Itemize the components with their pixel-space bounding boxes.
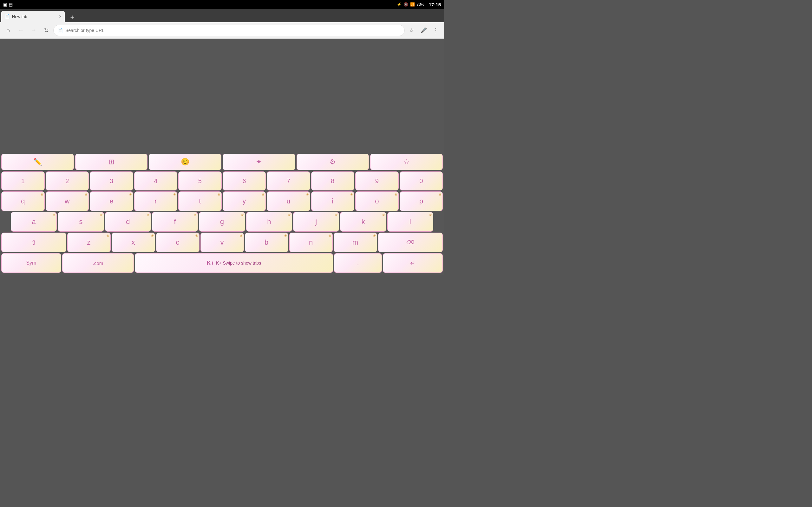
key-y[interactable]: ❀y [223, 191, 266, 211]
key-t[interactable]: ❀t [178, 191, 222, 211]
back-button[interactable]: ← [15, 25, 27, 36]
key-j[interactable]: ❀j [293, 212, 339, 232]
reload-button[interactable]: ↻ [41, 25, 52, 36]
key-d[interactable]: ❀d [105, 212, 151, 232]
swipe-label: K+ Swipe to show tabs [216, 261, 261, 266]
home-button[interactable]: ⌂ [3, 25, 14, 36]
key-z[interactable]: ❀z [67, 233, 111, 252]
search-bar[interactable]: 📄 [53, 25, 405, 36]
dotcom-key[interactable]: .com [62, 253, 134, 273]
mute-icon: 🔇 [403, 2, 408, 7]
key-2[interactable]: 2 [46, 171, 89, 190]
key-v[interactable]: ❀v [200, 233, 244, 252]
keyboard-toolbar: ✏️ ⊞ 😊 ✦ ⚙ ☆ [1, 154, 443, 170]
kplus-icon: K+ [207, 260, 214, 267]
new-tab-button[interactable]: + [66, 13, 79, 22]
active-tab[interactable]: New tab × [1, 11, 65, 22]
bluetooth-icon: ⚡ [397, 2, 402, 7]
forward-button[interactable]: → [28, 25, 39, 36]
key-h[interactable]: ❀h [246, 212, 292, 232]
page-icon: 📄 [57, 28, 63, 33]
key-r[interactable]: ❀r [134, 191, 177, 211]
address-bar: ⌂ ← → ↻ 📄 ☆ 🎤 ⋮ [0, 22, 444, 39]
number-row: 1 2 3 4 5 6 7 8 9 0 [1, 171, 443, 190]
period-key[interactable]: . [334, 253, 382, 273]
status-bar-left-icons: ▣ ▤ [3, 2, 13, 7]
key-m[interactable]: ❀m [334, 233, 377, 252]
key-a[interactable]: ❀a [11, 212, 57, 232]
settings-toolbar-key[interactable]: ⚙ [297, 154, 369, 170]
move-toolbar-key[interactable]: ✦ [223, 154, 295, 170]
key-p[interactable]: ❀p [400, 191, 443, 211]
emoji-toolbar-key[interactable]: 😊 [149, 154, 221, 170]
key-k[interactable]: ❀k [340, 212, 386, 232]
backspace-key[interactable]: ⌫ [378, 233, 443, 252]
menu-button[interactable]: ⋮ [430, 25, 442, 36]
key-c[interactable]: ❀c [156, 233, 200, 252]
key-u[interactable]: ❀u [267, 191, 310, 211]
time-display: 17:15 [429, 2, 441, 7]
star-toolbar-key[interactable]: ☆ [370, 154, 443, 170]
voice-search-button[interactable]: 🎤 [418, 25, 429, 36]
key-1[interactable]: 1 [1, 171, 45, 190]
key-7[interactable]: 7 [267, 171, 310, 190]
key-b[interactable]: ❀b [245, 233, 288, 252]
tab-title: New tab [12, 14, 56, 19]
key-i[interactable]: ❀i [311, 191, 355, 211]
key-n[interactable]: ❀n [289, 233, 333, 252]
enter-key[interactable]: ↵ [383, 253, 443, 273]
asdf-row: ❀a ❀s ❀d ❀f ❀g ❀h ❀j ❀k ❀l [1, 212, 443, 232]
key-4[interactable]: 4 [134, 171, 177, 190]
sym-key[interactable]: Sym [1, 253, 61, 273]
key-f[interactable]: ❀f [152, 212, 198, 232]
battery-icon: 73% [417, 2, 424, 7]
key-o[interactable]: ❀o [355, 191, 399, 211]
key-q[interactable]: ❀q [1, 191, 45, 211]
shift-key[interactable]: ⇧ [1, 233, 66, 252]
status-bar: ▣ ▤ ⚡ 🔇 📶 73% 17:15 [0, 0, 444, 9]
key-0[interactable]: 0 [400, 171, 443, 190]
edit-toolbar-key[interactable]: ✏️ [1, 154, 74, 170]
key-w[interactable]: ❀w [46, 191, 89, 211]
status-bar-right-icons: ⚡ 🔇 📶 73% 17:15 [397, 2, 441, 7]
address-bar-right-icons: ☆ 🎤 ⋮ [406, 25, 442, 36]
bottom-row: Sym .com K+ K+ Swipe to show tabs . ↵ [1, 253, 443, 273]
key-x[interactable]: ❀x [112, 233, 155, 252]
key-s[interactable]: ❀s [58, 212, 104, 232]
qwerty-row: ❀q ❀w ❀e ❀r ❀t ❀y ❀u ❀i ❀o ❀p [1, 191, 443, 211]
wifi-icon: 📶 [410, 2, 415, 7]
tab-bar: New tab × + [0, 9, 444, 22]
key-9[interactable]: 9 [355, 171, 399, 190]
key-6[interactable]: 6 [223, 171, 266, 190]
screen-icon: ▣ [3, 2, 7, 7]
zxcv-row: ⇧ ❀z ❀x ❀c ❀v ❀b ❀n ❀m ⌫ [1, 233, 443, 252]
key-5[interactable]: 5 [178, 171, 222, 190]
key-g[interactable]: ❀g [199, 212, 245, 232]
bookmark-button[interactable]: ☆ [406, 25, 417, 36]
key-e[interactable]: ❀e [90, 191, 133, 211]
key-3[interactable]: 3 [90, 171, 133, 190]
tab-favicon [4, 14, 9, 19]
square-icon: ▤ [9, 2, 13, 7]
search-input[interactable] [65, 28, 401, 33]
key-8[interactable]: 8 [311, 171, 355, 190]
key-l[interactable]: ❀l [387, 212, 433, 232]
grid-toolbar-key[interactable]: ⊞ [75, 154, 148, 170]
tab-close-button[interactable]: × [59, 14, 61, 19]
space-key[interactable]: K+ K+ Swipe to show tabs [135, 253, 333, 273]
keyboard: ✏️ ⊞ 😊 ✦ ⚙ ☆ 1 2 3 4 5 6 7 8 9 0 ❀q ❀w ❀… [0, 152, 444, 275]
